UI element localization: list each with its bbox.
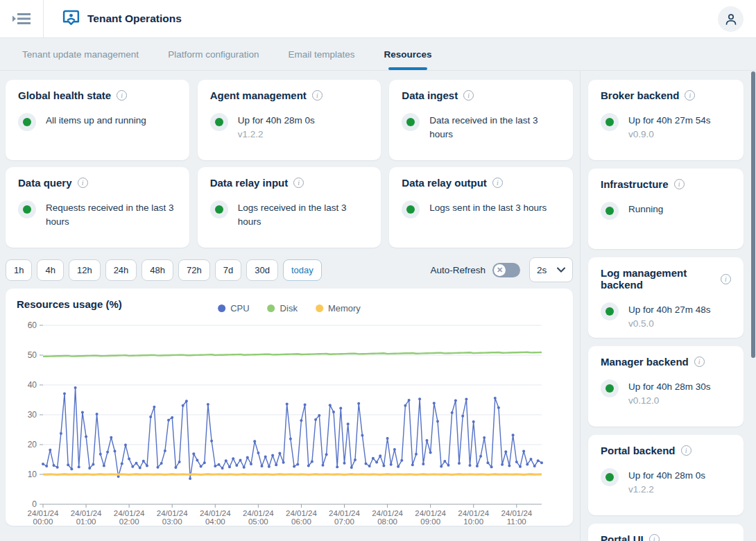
tab[interactable]: Email templates — [286, 38, 356, 70]
status-indicator — [601, 302, 619, 320]
status-indicator — [402, 113, 420, 131]
status-card-title: Agent management — [210, 89, 307, 101]
page-title: Tenant Operations — [87, 12, 182, 25]
status-indicator — [210, 200, 228, 218]
status-indicator — [601, 113, 619, 131]
line-chart[interactable]: 010203040506024/01/2400:0024/01/2401:002… — [17, 320, 562, 528]
time-range-72h[interactable]: 72h — [178, 259, 210, 281]
status-card-title: Log management backend — [601, 267, 715, 291]
info-icon[interactable]: i — [312, 90, 323, 101]
info-icon[interactable]: i — [492, 178, 503, 188]
legend-item[interactable]: Disk — [268, 303, 298, 314]
svg-text:24/01/24: 24/01/24 — [286, 509, 317, 517]
info-icon[interactable]: i — [685, 90, 695, 101]
status-card-title: Portal backend — [601, 445, 676, 456]
time-range-12h[interactable]: 12h — [69, 259, 101, 281]
svg-text:02:00: 02:00 — [119, 517, 139, 525]
status-text: Data received in the last 3 hours — [429, 114, 560, 141]
legend-label: Memory — [328, 303, 361, 314]
status-card: Broker backend i Up for 40h 27m 54s v0.9… — [588, 80, 744, 160]
tab[interactable]: Resources — [383, 38, 433, 70]
status-version: v0.5.0 — [628, 318, 711, 329]
status-text: Up for 40h 27m 54s — [628, 114, 711, 128]
user-avatar-button[interactable] — [718, 6, 744, 32]
info-icon[interactable]: i — [681, 445, 691, 456]
status-card: Data relay input i Logs received in the … — [198, 167, 381, 248]
svg-text:24/01/24: 24/01/24 — [243, 509, 274, 517]
time-range-7d[interactable]: 7d — [215, 259, 241, 281]
status-text: Up for 40h 28m 0s — [628, 469, 705, 483]
user-icon — [724, 12, 738, 26]
svg-text:10:00: 10:00 — [463, 517, 483, 525]
status-card-title: Data relay output — [402, 177, 487, 189]
auto-refresh-toggle[interactable]: ✕ — [492, 263, 520, 277]
status-card-title: Manager backend — [601, 356, 689, 368]
svg-text:24/01/24: 24/01/24 — [71, 509, 102, 517]
status-card-title: Data query — [18, 177, 72, 189]
info-icon[interactable]: i — [117, 90, 127, 101]
status-version: v0.9.0 — [628, 129, 711, 139]
tab-bar: Tenant update management Platform config… — [0, 38, 756, 71]
time-range-24h[interactable]: 24h — [105, 259, 137, 281]
status-card-title: Data ingest — [402, 89, 458, 101]
svg-text:40: 40 — [28, 380, 37, 390]
time-range-1h[interactable]: 1h — [6, 259, 32, 281]
info-icon[interactable]: i — [463, 90, 474, 101]
tab[interactable]: Platform configuration — [166, 38, 260, 70]
scrollbar-thumb[interactable] — [751, 71, 755, 358]
legend-item[interactable]: Memory — [316, 303, 361, 314]
status-indicator — [18, 113, 36, 131]
side-column: Broker backend i Up for 40h 27m 54s v0.9… — [580, 71, 756, 541]
svg-text:08:00: 08:00 — [377, 517, 397, 525]
svg-text:50: 50 — [28, 350, 37, 360]
svg-text:05:00: 05:00 — [248, 517, 268, 525]
svg-text:20: 20 — [28, 440, 37, 449]
status-version: v0.12.0 — [628, 395, 711, 406]
status-text: Up for 40h 27m 48s — [628, 303, 711, 317]
resources-usage-chart-card: Resources usage (%) CPU Disk Memory 0102… — [6, 289, 573, 526]
status-card: Manager backend i Up for 40h 28m 30s v0.… — [588, 346, 744, 427]
toggle-off-icon: ✕ — [494, 264, 506, 276]
svg-text:06:00: 06:00 — [291, 517, 311, 525]
info-icon[interactable]: i — [78, 178, 88, 188]
status-card: Log management backend i Up for 40h 27m … — [588, 257, 744, 338]
time-range-today[interactable]: today — [283, 259, 322, 281]
time-range-30d[interactable]: 30d — [246, 259, 278, 281]
status-version: v1.2.2 — [628, 484, 705, 495]
tab-label: Tenant update management — [22, 49, 139, 60]
info-icon[interactable]: i — [293, 178, 304, 188]
svg-text:00:00: 00:00 — [33, 517, 53, 525]
legend-item[interactable]: CPU — [218, 303, 249, 314]
status-text: Running — [628, 203, 663, 216]
status-card: Data ingest i Data received in the last … — [389, 80, 573, 160]
chart-legend: CPU Disk Memory — [218, 303, 361, 314]
status-card: Infrastructure i Running — [588, 169, 744, 249]
tab[interactable]: Tenant update management — [21, 38, 140, 70]
svg-text:24/01/24: 24/01/24 — [329, 509, 360, 517]
svg-text:24/01/24: 24/01/24 — [200, 509, 231, 517]
svg-text:60: 60 — [28, 320, 37, 330]
tab-label: Resources — [384, 49, 432, 60]
status-card: Portal UI i — [588, 524, 744, 541]
tenant-badge-icon — [62, 10, 80, 28]
sidebar-toggle-button[interactable] — [0, 0, 44, 37]
status-card-title: Global health state — [18, 89, 111, 101]
time-range-48h[interactable]: 48h — [141, 259, 173, 281]
svg-text:04:00: 04:00 — [205, 517, 225, 525]
info-icon[interactable]: i — [674, 179, 685, 189]
info-icon[interactable]: i — [721, 274, 731, 284]
svg-text:30: 30 — [28, 410, 37, 420]
svg-text:24/01/24: 24/01/24 — [415, 509, 446, 517]
time-range-4h[interactable]: 4h — [37, 259, 63, 281]
legend-dot-icon — [218, 304, 225, 312]
svg-text:24/01/24: 24/01/24 — [501, 509, 532, 517]
legend-label: Disk — [280, 303, 298, 314]
status-card: Data query i Requests received in the la… — [6, 167, 189, 248]
chart-controls: 1h4h12h24h48h72h7d30dtoday Auto-Refresh … — [6, 257, 573, 282]
svg-text:11:00: 11:00 — [507, 517, 526, 525]
refresh-interval-select[interactable]: 2s — [529, 257, 573, 282]
info-icon[interactable]: i — [694, 357, 705, 367]
status-indicator — [601, 468, 619, 486]
svg-text:24/01/24: 24/01/24 — [28, 509, 59, 517]
info-icon[interactable]: i — [649, 534, 660, 541]
